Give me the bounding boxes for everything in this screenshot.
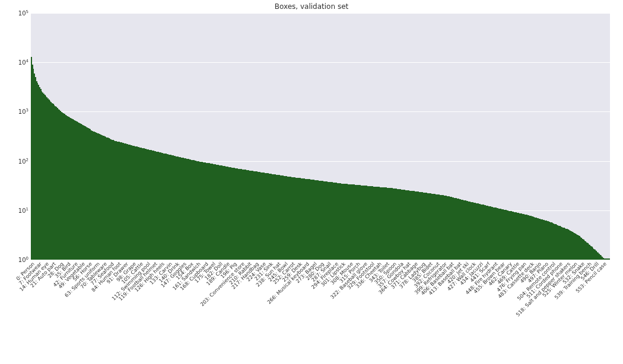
y-tick-label: 103 (2, 108, 28, 115)
y-tick-label: 105 (2, 9, 28, 17)
y-tick-label: 104 (2, 59, 28, 66)
bar-chart-figure: Boxes, validation set 100101102103104105… (0, 0, 623, 364)
y-tick-label: 102 (2, 157, 28, 164)
chart-title: Boxes, validation set (0, 2, 623, 11)
y-tick-label: 100 (2, 256, 28, 263)
grid-line (31, 62, 610, 63)
grid-line (31, 13, 610, 14)
x-axis-ticks: 0: Person7: Footwear14: Human eye21: Aut… (31, 261, 610, 362)
grid-line (31, 111, 610, 112)
bar (609, 258, 610, 260)
plot-area (31, 13, 610, 260)
y-tick-label: 101 (2, 207, 28, 214)
